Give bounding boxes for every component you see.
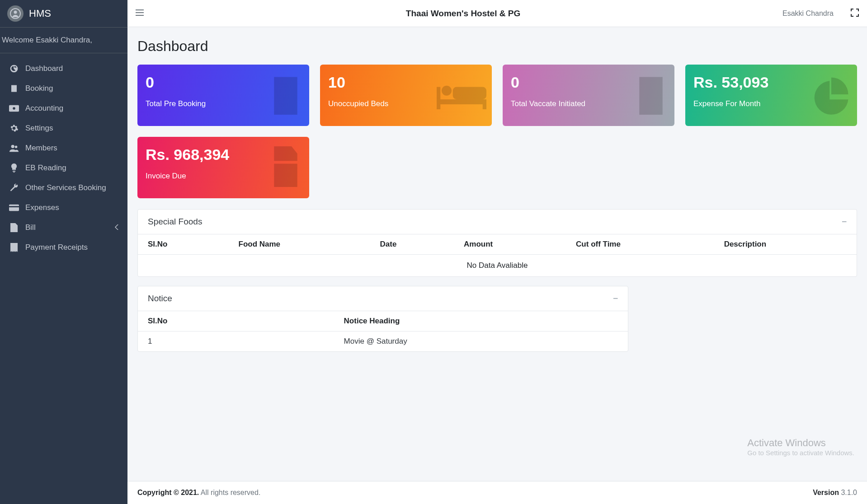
lightbulb-icon — [9, 163, 19, 173]
building-icon — [9, 84, 19, 93]
page-title: Dashboard — [137, 38, 857, 55]
sidebar-item-booking[interactable]: Booking — [4, 79, 124, 98]
col-cutoff: Cut off Time — [566, 234, 714, 255]
svg-point-4 — [11, 145, 14, 148]
sidebar-label: EB Reading — [25, 163, 66, 173]
sidebar-label: Expenses — [25, 203, 59, 212]
page-header-title: Thaai Women's Hostel & PG — [151, 9, 775, 19]
card-invoice-due[interactable]: Rs. 968,394 Invoice Due — [137, 137, 309, 198]
svg-rect-15 — [483, 99, 486, 109]
brand-name: HMS — [29, 8, 51, 19]
sidebar-item-accounting[interactable]: Accounting — [4, 98, 124, 118]
panel-title: Special Foods — [148, 217, 202, 227]
col-description: Description — [714, 234, 857, 255]
cell-sino: 1 — [138, 331, 334, 352]
receipt-icon — [9, 243, 19, 252]
sidebar-item-expenses[interactable]: Expenses — [4, 198, 124, 218]
panel-special-foods: Special Foods − SI.No Food Name Date Amo… — [137, 209, 857, 277]
sidebar-header: HMS — [0, 0, 127, 28]
svg-point-5 — [15, 146, 18, 149]
card-pre-booking[interactable]: 0 Total Pre Booking — [137, 65, 309, 126]
col-food-name: Food Name — [229, 234, 370, 255]
content: Dashboard 0 Total Pre Booking 10 Unoccup… — [127, 27, 867, 481]
copyright: Copyright © 2021. All rights reserved. — [137, 489, 260, 497]
sidebar-label: Settings — [25, 124, 53, 133]
pie-chart-icon — [811, 74, 852, 117]
panel-title: Notice — [148, 294, 172, 303]
hamburger-icon[interactable] — [136, 8, 144, 19]
card-unoccupied-beds[interactable]: 10 Unoccupied Beds — [320, 65, 492, 126]
sidebar-item-bill[interactable]: Bill — [4, 218, 124, 238]
svg-rect-6 — [9, 205, 19, 211]
panel-header: Notice − — [138, 286, 628, 311]
sidebar-item-other-services[interactable]: Other Services Booking — [4, 178, 124, 198]
windows-watermark: Activate Windows Go to Settings to activ… — [747, 437, 854, 457]
panel-notice: Notice − SI.No Notice Heading 1 Movie @ … — [137, 286, 628, 352]
version: Version 3.1.0 — [813, 489, 857, 497]
svg-point-12 — [442, 86, 452, 96]
sidebar-label: Other Services Booking — [25, 183, 106, 192]
notice-table: SI.No Notice Heading 1 Movie @ Saturday — [138, 311, 628, 351]
sidebar-item-dashboard[interactable]: Dashboard — [4, 59, 124, 79]
empty-message: No Data Avaliable — [138, 255, 857, 277]
logo-icon — [7, 5, 24, 22]
bed-icon — [437, 79, 486, 112]
sidebar-item-members[interactable]: Members — [4, 138, 124, 158]
sidebar: HMS Welcome Esakki Chandra, Dashboard Bo… — [0, 0, 127, 504]
sidebar-label: Booking — [25, 84, 53, 93]
col-heading: Notice Heading — [334, 311, 628, 331]
col-sino: SI.No — [138, 234, 229, 255]
version-label: Version — [813, 489, 839, 496]
gear-icon — [9, 124, 19, 133]
dashboard-icon — [9, 64, 19, 73]
watermark-line2: Go to Settings to activate Windows. — [747, 449, 854, 457]
svg-rect-7 — [9, 206, 19, 207]
col-sino: SI.No — [138, 311, 334, 331]
svg-point-1 — [14, 11, 17, 14]
cell-heading: Movie @ Saturday — [334, 331, 628, 352]
topbar: Thaai Women's Hostel & PG Esakki Chandra — [127, 0, 867, 27]
watermark-line1: Activate Windows — [747, 437, 854, 449]
money-icon — [9, 105, 19, 112]
card-expense-month[interactable]: Rs. 53,093 Expense For Month — [685, 65, 857, 126]
building-icon — [268, 74, 304, 117]
user-name[interactable]: Esakki Chandra — [782, 9, 834, 18]
main-area: Thaai Women's Hostel & PG Esakki Chandra… — [127, 0, 867, 504]
collapse-icon[interactable]: − — [613, 294, 618, 303]
sidebar-label: Members — [25, 144, 57, 153]
svg-point-3 — [13, 107, 15, 110]
collapse-icon[interactable]: − — [842, 217, 847, 227]
fullscreen-icon[interactable] — [851, 9, 859, 19]
stat-cards: 0 Total Pre Booking 10 Unoccupied Beds 0… — [137, 65, 857, 198]
building-icon — [633, 74, 669, 117]
svg-rect-11 — [437, 87, 440, 110]
card-vaccate-initiated[interactable]: 0 Total Vaccate Initiated — [503, 65, 674, 126]
sidebar-nav: Dashboard Booking Accounting Settings — [0, 53, 127, 504]
sidebar-item-payment-receipts[interactable]: Payment Receipts — [4, 238, 124, 257]
svg-rect-8 — [136, 9, 144, 10]
users-icon — [9, 144, 19, 152]
svg-rect-13 — [453, 87, 486, 100]
panel-header: Special Foods − — [138, 210, 857, 234]
special-foods-table: SI.No Food Name Date Amount Cut off Time… — [138, 234, 857, 276]
sidebar-item-settings[interactable]: Settings — [4, 118, 124, 138]
col-date: Date — [370, 234, 454, 255]
version-number: 3.1.0 — [839, 489, 857, 496]
sidebar-item-eb-reading[interactable]: EB Reading — [4, 158, 124, 178]
chevron-left-icon — [115, 224, 118, 231]
copyright-rest: All rights reserved. — [199, 489, 260, 496]
sidebar-label: Dashboard — [25, 64, 63, 73]
svg-rect-14 — [437, 99, 486, 104]
sidebar-label: Accounting — [25, 104, 63, 113]
wrench-icon — [9, 183, 19, 192]
copyright-strong: Copyright © 2021. — [137, 489, 199, 496]
svg-rect-9 — [136, 12, 144, 13]
invoice-icon — [268, 146, 304, 189]
footer: Copyright © 2021. All rights reserved. V… — [127, 481, 867, 504]
card-icon — [9, 204, 19, 211]
sidebar-label: Bill — [25, 223, 36, 232]
col-amount: Amount — [454, 234, 566, 255]
welcome-text: Welcome Esakki Chandra, — [0, 28, 127, 53]
table-row[interactable]: 1 Movie @ Saturday — [138, 331, 628, 352]
document-icon — [9, 223, 19, 232]
